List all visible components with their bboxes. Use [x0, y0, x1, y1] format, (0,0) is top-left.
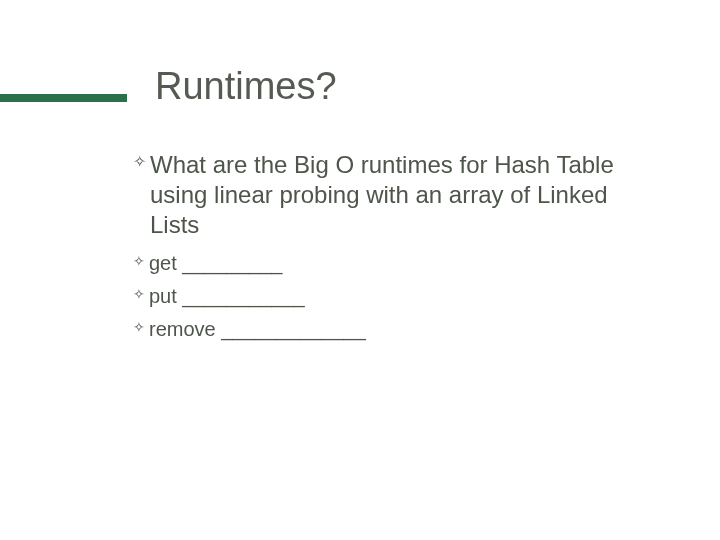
slide-content: ✧ What are the Big O runtimes for Hash T… — [133, 150, 623, 349]
slide-title: Runtimes? — [155, 66, 337, 108]
sub-bullet-text: remove _____________ — [149, 316, 366, 343]
diamond-bullet-icon: ✧ — [133, 254, 145, 269]
accent-bar — [0, 94, 127, 102]
sub-bullet-item: ✧ get _________ — [133, 250, 623, 277]
sub-bullet-list: ✧ get _________ ✧ put ___________ ✧ remo… — [133, 250, 623, 343]
diamond-bullet-icon: ✧ — [133, 153, 146, 171]
sub-bullet-item: ✧ put ___________ — [133, 283, 623, 310]
sub-bullet-text: put ___________ — [149, 283, 305, 310]
sub-bullet-item: ✧ remove _____________ — [133, 316, 623, 343]
diamond-bullet-icon: ✧ — [133, 287, 145, 302]
diamond-bullet-icon: ✧ — [133, 320, 145, 335]
slide: Runtimes? ✧ What are the Big O runtimes … — [0, 0, 720, 540]
sub-bullet-text: get _________ — [149, 250, 282, 277]
bullet-main: ✧ What are the Big O runtimes for Hash T… — [133, 150, 623, 240]
bullet-main-text: What are the Big O runtimes for Hash Tab… — [150, 150, 623, 240]
